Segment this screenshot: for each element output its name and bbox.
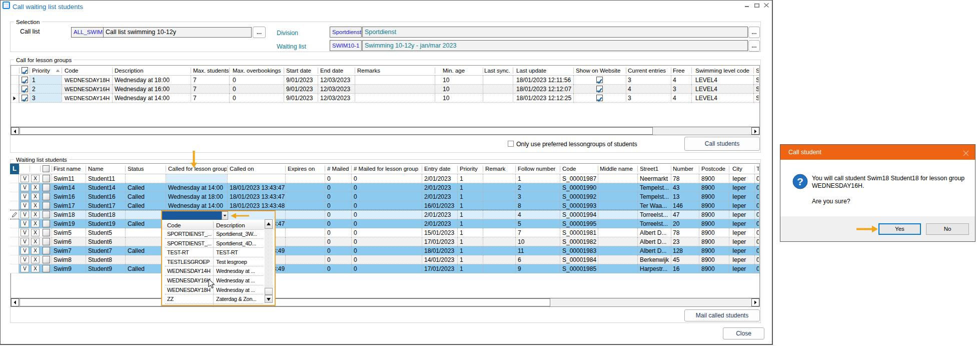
- svg-text:?: ?: [797, 176, 803, 187]
